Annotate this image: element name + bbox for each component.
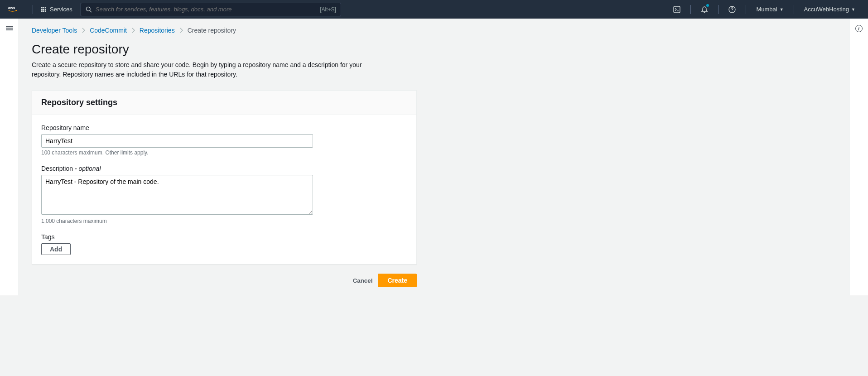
- repository-settings-panel: Repository settings Repository name 100 …: [32, 90, 417, 265]
- breadcrumb: Developer Tools CodeCommit Repositories …: [32, 27, 836, 34]
- notifications-icon[interactable]: [695, 0, 714, 19]
- tags-label: Tags: [41, 233, 407, 241]
- divider: [746, 5, 746, 14]
- breadcrumb-repositories[interactable]: Repositories: [140, 27, 175, 34]
- panel-body: Repository name 100 characters maximum. …: [32, 115, 416, 264]
- repo-name-group: Repository name 100 characters maximum. …: [41, 124, 407, 156]
- svg-point-6: [732, 10, 733, 11]
- divider: [33, 5, 33, 14]
- svg-rect-3: [674, 6, 680, 13]
- chevron-right-icon: [131, 28, 135, 33]
- divider: [718, 5, 719, 14]
- breadcrumb-codecommit[interactable]: CodeCommit: [90, 27, 127, 34]
- grid-icon: [41, 7, 46, 12]
- aws-logo[interactable]: aws: [7, 5, 23, 14]
- panel-header: Repository settings: [32, 91, 416, 115]
- panel-title: Repository settings: [41, 98, 407, 107]
- chevron-right-icon: [82, 28, 85, 33]
- search-input[interactable]: [96, 6, 320, 13]
- page-title: Create repository: [32, 42, 836, 57]
- search-box[interactable]: [Alt+S]: [81, 3, 341, 16]
- region-label: Mumbai: [756, 6, 777, 13]
- side-rail-left: [0, 19, 19, 295]
- repo-name-input[interactable]: [41, 134, 313, 148]
- chevron-right-icon: [179, 28, 183, 33]
- description-label: Description - optional: [41, 165, 407, 172]
- repo-name-label: Repository name: [41, 124, 407, 131]
- nav-right: Mumbai ▼ AccuWebHosting ▼: [668, 0, 861, 19]
- description-hint: 1,000 characters maximum: [41, 218, 407, 224]
- repo-name-hint: 100 characters maximum. Other limits app…: [41, 149, 407, 156]
- svg-point-1: [86, 7, 90, 11]
- main-layout: Developer Tools CodeCommit Repositories …: [0, 19, 868, 295]
- caret-down-icon: ▼: [780, 7, 784, 12]
- create-button[interactable]: Create: [378, 274, 417, 287]
- svg-text:aws: aws: [8, 6, 15, 10]
- account-label: AccuWebHosting: [804, 6, 849, 13]
- page-description: Create a secure repository to store and …: [32, 60, 385, 79]
- tags-group: Tags Add: [41, 233, 407, 255]
- notification-dot: [706, 4, 709, 7]
- search-shortcut: [Alt+S]: [320, 6, 336, 13]
- description-label-text: Description: [41, 165, 73, 172]
- main-content: Developer Tools CodeCommit Repositories …: [19, 19, 849, 295]
- region-selector[interactable]: Mumbai ▼: [751, 0, 789, 19]
- svg-line-2: [90, 10, 92, 12]
- description-group: Description - optional 1,000 characters …: [41, 165, 407, 224]
- side-rail-right: i: [849, 19, 868, 295]
- services-label: Services: [50, 6, 72, 13]
- description-textarea[interactable]: [41, 175, 313, 215]
- breadcrumb-current: Create repository: [188, 27, 236, 34]
- description-optional: - optional: [73, 165, 101, 172]
- account-selector[interactable]: AccuWebHosting ▼: [799, 0, 861, 19]
- info-icon[interactable]: i: [855, 25, 863, 32]
- cancel-button[interactable]: Cancel: [353, 277, 373, 284]
- add-tag-button[interactable]: Add: [41, 243, 71, 255]
- top-nav: aws Services [Alt+S]: [0, 0, 868, 19]
- services-menu[interactable]: Services: [38, 6, 76, 13]
- caret-down-icon: ▼: [851, 7, 855, 12]
- breadcrumb-developer-tools[interactable]: Developer Tools: [32, 27, 77, 34]
- cloudshell-icon[interactable]: [668, 0, 686, 19]
- hamburger-icon[interactable]: [6, 25, 13, 31]
- form-actions: Cancel Create: [32, 274, 417, 287]
- divider: [794, 5, 794, 14]
- help-icon[interactable]: [723, 0, 741, 19]
- divider: [690, 5, 691, 14]
- search-icon: [86, 6, 92, 13]
